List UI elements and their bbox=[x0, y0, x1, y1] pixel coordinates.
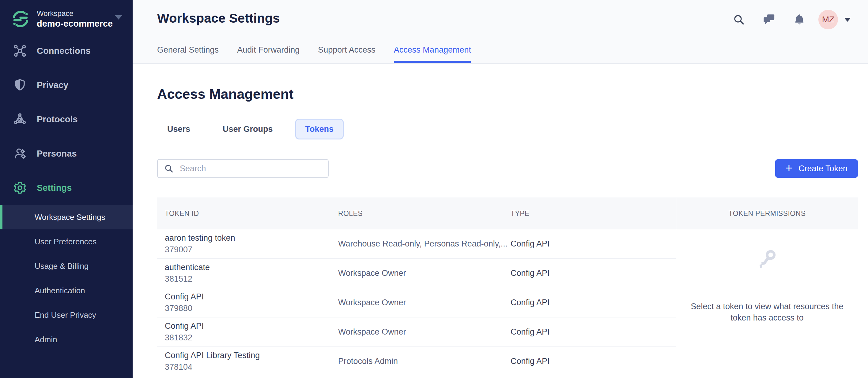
table-row[interactable]: authenticate 381512 Workspace Owner Conf… bbox=[157, 259, 676, 288]
search-box bbox=[157, 159, 329, 178]
token-roles: Workspace Owner bbox=[338, 269, 510, 278]
table-row[interactable]: Config API Library Testing 378104 Protoc… bbox=[157, 347, 676, 376]
token-id: 378104 bbox=[165, 362, 338, 372]
access-tabs: Users User Groups Tokens bbox=[157, 119, 858, 139]
workspace-text: Workspace demo-ecommerce bbox=[37, 9, 113, 29]
tab-tokens[interactable]: Tokens bbox=[295, 119, 344, 139]
token-roles: Workspace Owner bbox=[338, 327, 510, 337]
token-permissions-panel: TOKEN PERMISSIONS Select a token to view… bbox=[676, 198, 858, 378]
chevron-down-icon[interactable] bbox=[844, 18, 851, 22]
chevron-down-icon[interactable] bbox=[115, 15, 122, 20]
token-roles: Workspace Owner bbox=[338, 298, 510, 307]
token-id: 379880 bbox=[165, 303, 338, 313]
controls-row: + Create Token bbox=[157, 159, 858, 178]
sidebar-item-label: Privacy bbox=[37, 80, 68, 90]
token-roles: Warehouse Read-only, Personas Read-only,… bbox=[338, 239, 510, 249]
search-icon bbox=[164, 164, 174, 173]
section-title: Access Management bbox=[157, 86, 858, 102]
table-header-row: TOKEN ID ROLES TYPE bbox=[157, 198, 676, 229]
sidebar-nav: Connections Privacy bbox=[0, 34, 133, 205]
sidebar-item-label: Settings bbox=[37, 183, 72, 193]
subnav-item-end-user-privacy[interactable]: End User Privacy bbox=[0, 303, 133, 327]
tab-support-access[interactable]: Support Access bbox=[318, 45, 375, 63]
token-name: Config API bbox=[165, 321, 338, 331]
settings-gear-icon bbox=[13, 181, 27, 195]
workspace-switcher[interactable]: Workspace demo-ecommerce bbox=[0, 0, 133, 31]
sidebar-item-personas[interactable]: Personas bbox=[0, 136, 133, 171]
table-row[interactable]: Config API 381832 Workspace Owner Config… bbox=[157, 317, 676, 347]
create-token-label: Create Token bbox=[799, 164, 847, 173]
top-header: Workspace Settings MZ bbox=[133, 0, 868, 64]
tab-access-management[interactable]: Access Management bbox=[394, 45, 471, 63]
sidebar-item-protocols[interactable]: Protocols bbox=[0, 102, 133, 136]
segment-logo-icon bbox=[11, 9, 30, 28]
sidebar-item-privacy[interactable]: Privacy bbox=[0, 68, 133, 102]
chat-icon[interactable] bbox=[763, 13, 775, 26]
subnav-item-admin[interactable]: Admin bbox=[0, 327, 133, 352]
token-name: aaron testing token bbox=[165, 233, 338, 243]
table-row[interactable]: Config API 379880 Workspace Owner Config… bbox=[157, 288, 676, 317]
column-header-type: TYPE bbox=[510, 209, 676, 218]
tab-audit-forwarding[interactable]: Audit Forwarding bbox=[237, 45, 300, 63]
search-icon[interactable] bbox=[733, 13, 745, 26]
settings-subnav: Workspace Settings User Preferences Usag… bbox=[0, 205, 133, 352]
subnav-item-authentication[interactable]: Authentication bbox=[0, 278, 133, 303]
content-area: Access Management Users User Groups Toke… bbox=[133, 64, 868, 378]
panel-header: TOKEN PERMISSIONS bbox=[676, 198, 858, 229]
token-id: 379007 bbox=[165, 245, 338, 255]
subnav-item-user-preferences[interactable]: User Preferences bbox=[0, 229, 133, 254]
protocols-icon bbox=[13, 112, 27, 126]
token-roles: Protocols Admin bbox=[338, 356, 510, 366]
sidebar-item-label: Connections bbox=[37, 46, 91, 56]
token-type: Config API bbox=[510, 269, 676, 278]
tab-user-groups[interactable]: User Groups bbox=[213, 119, 283, 139]
header-actions: MZ bbox=[733, 10, 851, 29]
personas-icon bbox=[13, 146, 27, 161]
token-type: Config API bbox=[510, 298, 676, 307]
workspace-name: demo-ecommerce bbox=[37, 18, 113, 29]
avatar[interactable]: MZ bbox=[818, 10, 838, 29]
sidebar-item-label: Personas bbox=[37, 149, 77, 159]
plus-icon: + bbox=[785, 162, 792, 174]
tokens-table-wrap: TOKEN ID ROLES TYPE aaron testing token … bbox=[157, 198, 858, 378]
sidebar-item-settings[interactable]: Settings bbox=[0, 171, 133, 205]
token-name: authenticate bbox=[165, 263, 338, 273]
subnav-item-workspace-settings[interactable]: Workspace Settings bbox=[0, 205, 133, 229]
token-id: 381832 bbox=[165, 333, 338, 343]
privacy-shield-icon bbox=[13, 78, 27, 92]
connections-icon bbox=[13, 44, 27, 58]
panel-empty-state: Select a token to view what resources th… bbox=[676, 229, 858, 378]
tab-general-settings[interactable]: General Settings bbox=[157, 45, 219, 63]
sidebar-item-label: Protocols bbox=[37, 114, 78, 125]
settings-tabs: General Settings Audit Forwarding Suppor… bbox=[157, 45, 490, 63]
tab-users[interactable]: Users bbox=[157, 119, 200, 139]
key-icon bbox=[754, 246, 780, 272]
sidebar: Workspace demo-ecommerce Connections bbox=[0, 0, 133, 378]
token-type: Config API bbox=[510, 239, 676, 249]
token-name: Config API bbox=[165, 292, 338, 302]
bell-icon[interactable] bbox=[793, 13, 806, 26]
token-name: Config API Library Testing bbox=[165, 350, 338, 360]
column-header-roles: ROLES bbox=[338, 209, 510, 218]
create-token-button[interactable]: + Create Token bbox=[775, 159, 858, 178]
workspace-label: Workspace bbox=[37, 9, 113, 18]
panel-empty-text: Select a token to view what resources th… bbox=[687, 301, 847, 323]
tokens-table: TOKEN ID ROLES TYPE aaron testing token … bbox=[157, 198, 676, 378]
column-header-token-id: TOKEN ID bbox=[157, 209, 338, 218]
page-title: Workspace Settings bbox=[157, 11, 280, 26]
sidebar-item-connections[interactable]: Connections bbox=[0, 34, 133, 68]
token-type: Config API bbox=[510, 356, 676, 366]
main-area: Workspace Settings MZ bbox=[133, 0, 868, 378]
token-id: 381512 bbox=[165, 274, 338, 284]
search-input[interactable] bbox=[179, 164, 322, 174]
subnav-item-usage-billing[interactable]: Usage & Billing bbox=[0, 254, 133, 278]
table-row[interactable]: aaron testing token 379007 Warehouse Rea… bbox=[157, 229, 676, 259]
token-type: Config API bbox=[510, 327, 676, 337]
